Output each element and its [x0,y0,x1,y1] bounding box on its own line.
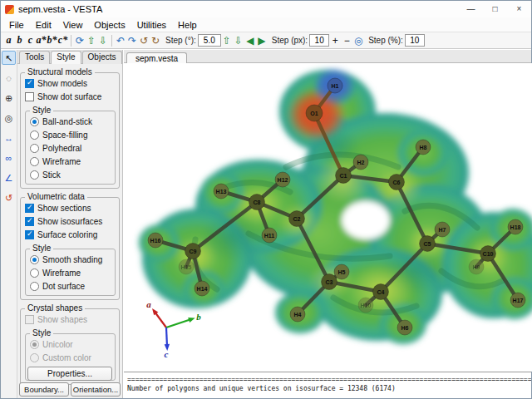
atom-group-H1: H1 [328,78,342,93]
angle-tool[interactable]: ∠ [2,170,16,185]
atom-group-H10: H10 [358,298,373,313]
magnify-icon[interactable]: ◎ [352,34,364,47]
atom-group-C2: C2 [289,211,305,227]
zoom-in-icon[interactable]: + [329,34,341,47]
atom-group-C5: C5 [420,236,436,252]
translate-right-icon[interactable]: ▶ [256,34,268,47]
radio-vol-wireframe-row[interactable]: Wireframe [30,266,112,279]
atom-label-H12: H12 [278,177,288,183]
view-along-a-button[interactable]: a [3,34,14,47]
show-isosurfaces-checkbox[interactable] [25,217,34,226]
menu-view[interactable]: View [57,19,89,31]
ball-and-stick-radio[interactable] [30,117,39,126]
atom-label-H11: H11 [264,233,275,239]
isosurface [139,67,532,344]
rotate-tool[interactable]: ◌ [2,71,16,85]
view-along-b-button[interactable]: b [14,34,25,47]
select-tool[interactable]: ↖ [2,51,16,65]
translate-up-icon[interactable]: ⇧ [221,34,233,47]
space-filling-radio[interactable] [30,131,39,140]
show-isosurfaces-row[interactable]: Show isosurfaces [25,214,116,228]
radio-unicolor-row: Unicolor [30,337,112,351]
smooth-shading-radio[interactable] [30,255,39,264]
translate-left-icon[interactable]: ◀ [244,34,256,47]
tab-tools[interactable]: Tools [19,51,50,64]
view-along-b-star-button[interactable]: b* [47,34,57,47]
maximize-button[interactable]: □ [483,1,507,17]
atom-group-C6: C6 [389,175,405,190]
menu-help[interactable]: Help [172,19,203,31]
bond-tool[interactable]: ∞ [2,150,16,165]
close-button[interactable]: × [507,1,531,17]
atom-group-H12: H12 [275,172,290,187]
menu-objects[interactable]: Objects [88,19,131,31]
show-dot-surface-row[interactable]: Show dot surface [25,90,116,103]
show-sections-row[interactable]: Show sections [25,201,116,214]
volumetric-style-title: Style [30,244,53,253]
stick-radio[interactable] [30,170,39,180]
surface-coloring-row[interactable]: Surface coloring [25,228,116,241]
atom-label-H8: H8 [420,145,427,150]
view-along-c-button[interactable]: c [25,34,36,47]
translate-down-icon[interactable]: ⇩ [233,34,244,47]
rotate-down-icon[interactable]: ⇩ [97,34,109,47]
magnify-tool[interactable]: ◎ [2,111,16,125]
show-models-row[interactable]: Show models [25,76,116,90]
tab-objects[interactable]: Objects [82,51,122,64]
atom-label-H7: H7 [439,227,446,233]
minimize-button[interactable]: — [459,1,483,17]
view-along-c-star-button[interactable]: c* [57,34,68,47]
rotation-step-input[interactable] [198,34,221,47]
vesta-app-icon [5,5,14,14]
show-models-checkbox[interactable] [25,79,34,88]
atom-label-C3: C3 [326,279,333,285]
menu-edit[interactable]: Edit [30,19,57,31]
show-shapes-label: Show shapes [37,315,87,324]
show-dot-surface-checkbox[interactable] [25,92,34,101]
rotate-up-icon[interactable]: ⇧ [86,34,97,47]
rotate-cw-icon[interactable]: ↻ [150,34,161,47]
radio-wireframe-row[interactable]: Wireframe [30,155,112,168]
radio-smooth-shading-row[interactable]: Smooth shading [30,253,112,266]
properties-button[interactable]: Properties... [27,367,112,381]
radio-dot-surface-row[interactable]: Dot surface [30,279,112,293]
crystal-shapes-title: Crystal shapes [25,303,85,313]
translation-step-input[interactable] [309,34,329,47]
window-controls: — □ × [459,1,531,17]
radio-polyhedral-row[interactable]: Polyhedral [30,141,112,155]
radio-space-filling-row[interactable]: Space-filling [30,128,112,141]
atom-label-O1: O1 [310,111,318,116]
menu-file[interactable]: File [3,19,30,31]
surface-coloring-checkbox[interactable] [25,230,34,239]
rotate-ccw-icon[interactable]: ↺ [138,34,150,47]
radio-ball-and-stick-row[interactable]: Ball-and-stick [30,115,112,128]
boundary-button[interactable]: Boundary... [19,382,69,397]
orientation-tool[interactable]: ↺ [2,190,16,204]
show-isosurfaces-label: Show isosurfaces [37,217,102,226]
translate-tool[interactable]: ⊕ [2,91,16,105]
zoom-step-input[interactable] [405,34,425,47]
atom-group-H9: H9 [469,259,484,274]
atom-group-C3: C3 [322,274,337,290]
zoom-out-icon[interactable]: − [341,34,352,47]
tab-style[interactable]: Style [51,51,81,64]
structural-models-title: Structural models [25,67,95,76]
toolbar-items: ⟳⇧⇩↶↷↺↻Step (°):⇧⇩◀▶Step (px):+−◎Step (%… [74,34,425,47]
reset-orientation-icon[interactable]: ⟳ [74,34,86,47]
polyhedral-radio[interactable] [30,144,39,153]
redo-rotation-icon[interactable]: ↷ [126,34,138,47]
output-console[interactable]: ========================================… [124,372,531,398]
view-along-a-star-button[interactable]: a* [36,34,47,47]
show-sections-checkbox[interactable] [25,204,34,213]
wireframe-radio[interactable] [30,157,39,166]
distance-tool[interactable]: ↔ [2,131,16,145]
menu-utilities[interactable]: Utilities [131,19,172,31]
toolbar-label: Step (px): [272,36,308,45]
radio-stick-row[interactable]: Stick [30,168,112,181]
undo-rotation-icon[interactable]: ↶ [115,34,126,47]
radio-custom-color-row: Custom color [30,351,112,364]
dot-surface-radio[interactable] [30,282,39,291]
structure-viewport[interactable]: H1O1H2C1H8C6H12H13C8C2H11H7C5H18C10H9H16… [124,63,532,372]
orientation-button[interactable]: Orientation... [71,382,121,397]
vol-wireframe-radio[interactable] [30,268,39,278]
